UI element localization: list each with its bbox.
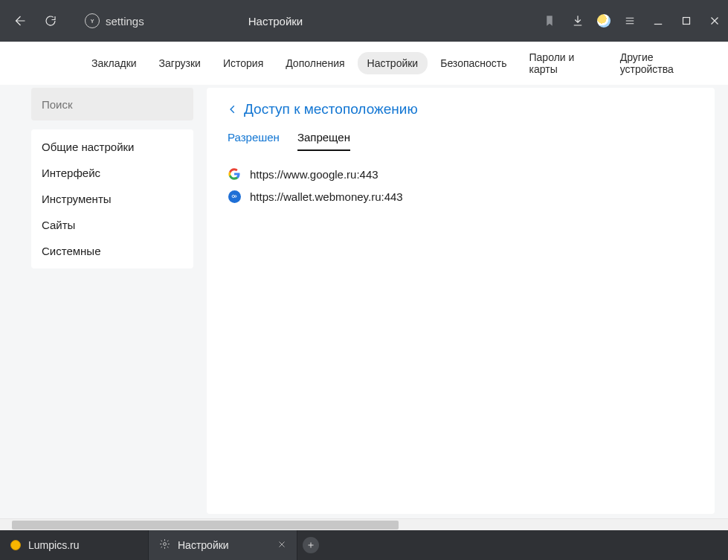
permission-tabs: Разрешен Запрещен [228,131,694,151]
content-area: Общие настройки Интерфейс Инструменты Са… [0,85,728,518]
reload-button[interactable] [42,12,59,30]
topnav-addons[interactable]: Дополнения [276,52,354,74]
google-icon [228,167,241,181]
topnav-passwords[interactable]: Пароли и карты [520,46,608,80]
menu-icon[interactable] [621,12,639,30]
bookmark-icon[interactable] [541,12,558,30]
site-url: https://wallet.webmoney.ru:443 [250,190,403,203]
sidebar-item-tools[interactable]: Инструменты [31,186,193,212]
topnav-downloads[interactable]: Загрузки [149,52,210,74]
minimize-button[interactable] [649,12,667,30]
back-button[interactable] [10,12,28,30]
sidebar-item-general[interactable]: Общие настройки [31,134,193,160]
webmoney-icon [228,190,241,203]
sidebar-item-sites[interactable]: Сайты [31,212,193,238]
site-list: https://www.google.ru:443 https://wallet… [228,167,694,203]
tab-settings[interactable]: Настройки [149,530,297,560]
tab-denied[interactable]: Запрещен [297,131,350,151]
svg-point-3 [164,543,167,546]
topnav-security[interactable]: Безопасность [431,52,516,74]
topnav-history[interactable]: История [213,52,273,74]
sidebar-item-interface[interactable]: Интерфейс [31,160,193,186]
site-row[interactable]: https://www.google.ru:443 [228,167,694,181]
tab-label: Lumpics.ru [28,539,79,551]
settings-topnav: Закладки Загрузки История Дополнения Нас… [0,42,728,85]
new-tab-button[interactable] [297,530,324,560]
settings-search[interactable] [31,88,193,120]
topnav-bookmarks[interactable]: Закладки [82,52,146,74]
address-text: settings [106,15,144,28]
page-title: Настройки [248,15,303,28]
address-bar[interactable]: Y settings [85,13,144,28]
back-to-location-access[interactable]: Доступ к местоположению [228,101,694,118]
browser-tabbar: Lumpics.ru Настройки [0,530,728,560]
site-row[interactable]: https://wallet.webmoney.ru:443 [228,190,694,203]
close-button[interactable] [706,12,724,30]
lumpics-icon [10,540,21,550]
site-url: https://www.google.ru:443 [250,168,379,181]
gear-icon [159,538,170,552]
sidebar-item-system[interactable]: Системные [31,238,193,264]
tab-label: Настройки [178,539,229,551]
search-input[interactable] [42,98,183,111]
chevron-left-icon [228,104,238,115]
settings-sidebar: Общие настройки Интерфейс Инструменты Са… [31,129,193,268]
maximize-button[interactable] [677,12,695,30]
weather-icon[interactable] [597,14,611,28]
topnav-settings[interactable]: Настройки [358,52,428,74]
heading-label: Доступ к местоположению [244,101,418,118]
titlebar: Y settings Настройки [0,0,728,42]
tab-lumpics[interactable]: Lumpics.ru [0,530,149,560]
topnav-other-devices[interactable]: Другие устройства [611,46,710,80]
scrollbar-thumb[interactable] [12,521,399,530]
tab-close-button[interactable] [277,539,286,551]
tab-allowed[interactable]: Разрешен [228,131,280,151]
svg-point-1 [232,195,234,197]
yandex-icon: Y [85,13,100,28]
horizontal-scrollbar[interactable] [0,518,728,530]
downloads-icon[interactable] [569,12,587,30]
svg-point-2 [234,196,236,198]
svg-rect-0 [683,18,690,25]
